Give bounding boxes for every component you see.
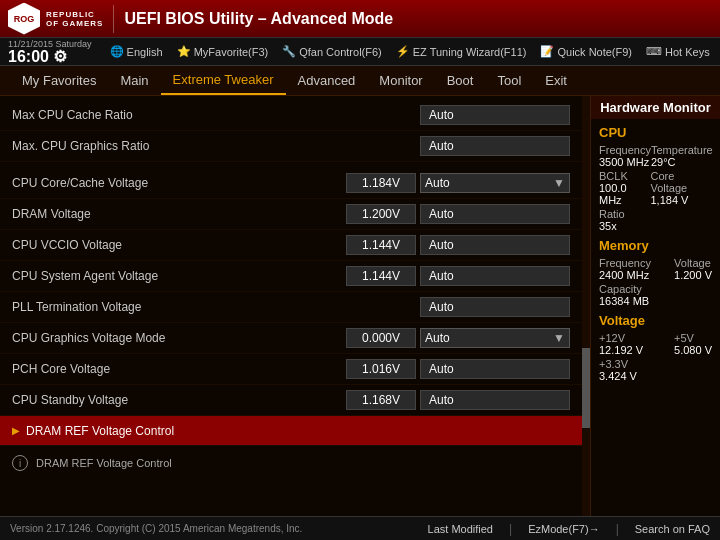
setting-cpu-system-agent-voltage[interactable]: CPU System Agent Voltage 1.144V Auto xyxy=(0,261,582,292)
hw-monitor-panel: Hardware Monitor CPU Frequency 3500 MHz … xyxy=(590,96,720,516)
hw-memory-freq-volt-row: Frequency 2400 MHz Voltage 1.200 V xyxy=(599,257,712,281)
star-icon: ⭐ xyxy=(177,45,191,58)
main-content: Max CPU Cache Ratio Auto Max. CPU Graphi… xyxy=(0,96,720,516)
hw-memory-capacity-label: Capacity xyxy=(599,283,712,295)
expand-arrow-icon: ▶ xyxy=(12,425,20,436)
hw-v12-v5-row: +12V 12.192 V +5V 5.080 V xyxy=(599,332,712,356)
hw-cpu-freq-temp-row: Frequency 3500 MHz Temperature 29°C xyxy=(599,144,712,168)
setting-dram-ref-voltage[interactable]: ▶ DRAM REF Voltage Control xyxy=(0,416,582,446)
fan-icon: 🔧 xyxy=(282,45,296,58)
toolbar-hotkeys[interactable]: ⌨ Hot Keys xyxy=(646,45,710,58)
setting-max-cpu-cache-ratio[interactable]: Max CPU Cache Ratio Auto xyxy=(0,100,582,131)
scrollbar[interactable] xyxy=(582,96,590,516)
date-time: 11/21/2015 Saturday 16:00 ⚙ xyxy=(8,39,92,65)
info-icon: i xyxy=(12,455,28,471)
last-modified-btn[interactable]: Last Modified xyxy=(428,523,493,535)
hw-v33-label: +3.3V xyxy=(599,358,712,370)
toolbar: 11/21/2015 Saturday 16:00 ⚙ 🌐 English ⭐ … xyxy=(0,38,720,66)
toolbar-quicknote[interactable]: 📝 Quick Note(F9) xyxy=(540,45,632,58)
bottom-actions: Last Modified | EzMode(F7)→ | Search on … xyxy=(428,522,710,536)
nav-main[interactable]: Main xyxy=(108,67,160,94)
rog-logo: ROG xyxy=(8,3,40,35)
hw-cpu-ratio-label: Ratio xyxy=(599,208,712,220)
hw-cpu-section: CPU xyxy=(599,125,712,140)
toolbar-myfavorite[interactable]: ⭐ MyFavorite(F3) xyxy=(177,45,269,58)
setting-cpu-core-cache-voltage[interactable]: CPU Core/Cache Voltage 1.184V Auto ▼ xyxy=(0,168,582,199)
time-display: 16:00 ⚙ xyxy=(8,49,92,65)
tuning-icon: ⚡ xyxy=(396,45,410,58)
note-icon: 📝 xyxy=(540,45,554,58)
hw-cpu-bclk-corevolt-row: BCLK 100.0 MHz Core Voltage 1,184 V xyxy=(599,170,712,206)
scrollbar-thumb[interactable] xyxy=(582,348,590,428)
setting-pll-termination-voltage[interactable]: PLL Termination Voltage Auto xyxy=(0,292,582,323)
date-display: 11/21/2015 Saturday xyxy=(8,39,92,49)
hw-v33-value: 3.424 V xyxy=(599,370,712,382)
globe-icon: 🌐 xyxy=(110,45,124,58)
nav-monitor[interactable]: Monitor xyxy=(367,67,434,94)
nav-my-favorites[interactable]: My Favorites xyxy=(10,67,108,94)
keyboard-icon: ⌨ xyxy=(646,45,662,58)
setting-cpu-standby-voltage[interactable]: CPU Standby Voltage 1.168V Auto xyxy=(0,385,582,416)
setting-cpu-vccio-voltage[interactable]: CPU VCCIO Voltage 1.144V Auto xyxy=(0,230,582,261)
nav-advanced[interactable]: Advanced xyxy=(286,67,368,94)
hw-cpu-ratio-value: 35x xyxy=(599,220,712,232)
settings-list: Max CPU Cache Ratio Auto Max. CPU Graphi… xyxy=(0,96,582,450)
setting-cpu-graphics-voltage-mode[interactable]: CPU Graphics Voltage Mode 0.000V Auto ▼ xyxy=(0,323,582,354)
setting-pch-core-voltage[interactable]: PCH Core Voltage 1.016V Auto xyxy=(0,354,582,385)
toolbar-ez-tuning[interactable]: ⚡ EZ Tuning Wizard(F11) xyxy=(396,45,527,58)
nav-tool[interactable]: Tool xyxy=(485,67,533,94)
bottom-bar: Version 2.17.1246. Copyright (C) 2015 Am… xyxy=(0,516,720,540)
hw-memory-section: Memory xyxy=(599,238,712,253)
toolbar-qfan[interactable]: 🔧 Qfan Control(F6) xyxy=(282,45,382,58)
hw-voltage-section: Voltage xyxy=(599,313,712,328)
logo-text: REPUBLIC OF GAMERS xyxy=(46,10,103,28)
nav-extreme-tweaker[interactable]: Extreme Tweaker xyxy=(161,66,286,95)
bios-title: UEFI BIOS Utility – Advanced Mode xyxy=(124,10,712,28)
divider xyxy=(113,5,114,33)
hw-memory-capacity-value: 16384 MB xyxy=(599,295,712,307)
toolbar-english[interactable]: 🌐 English xyxy=(110,45,163,58)
copyright-text: Version 2.17.1246. Copyright (C) 2015 Am… xyxy=(10,523,302,534)
search-faq-btn[interactable]: Search on FAQ xyxy=(635,523,710,535)
settings-panel: Max CPU Cache Ratio Auto Max. CPU Graphi… xyxy=(0,96,582,516)
header-bar: ROG REPUBLIC OF GAMERS UEFI BIOS Utility… xyxy=(0,0,720,38)
nav-boot[interactable]: Boot xyxy=(435,67,486,94)
nav-bar: My Favorites Main Extreme Tweaker Advanc… xyxy=(0,66,720,96)
nav-exit[interactable]: Exit xyxy=(533,67,579,94)
setting-dram-voltage[interactable]: DRAM Voltage 1.200V Auto xyxy=(0,199,582,230)
ez-mode-btn[interactable]: EzMode(F7)→ xyxy=(528,523,600,535)
info-row: i DRAM REF Voltage Control xyxy=(0,450,582,476)
hw-monitor-title: Hardware Monitor xyxy=(591,96,720,119)
setting-max-cpu-graphics-ratio[interactable]: Max. CPU Graphics Ratio Auto xyxy=(0,131,582,162)
